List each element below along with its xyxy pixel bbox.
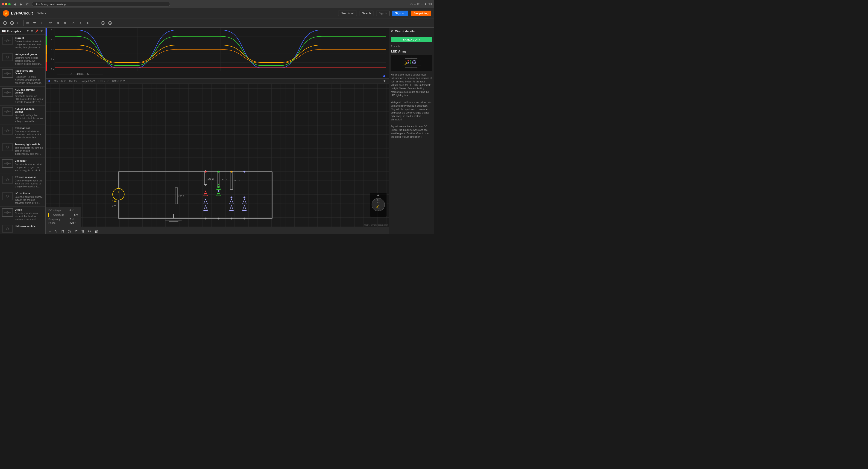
right-panel: ⚙ Circuit details SAVE A COPY Example LE… <box>389 28 434 234</box>
sidebar-item[interactable]: KVL and voltage divider Kirchhoff's volt… <box>0 106 45 125</box>
back-button[interactable]: ◀ <box>12 2 17 6</box>
circuit-area[interactable]: ∿ 2 Hz 0 V 140 Ω <box>45 84 389 227</box>
example-label: Example <box>389 44 434 48</box>
search-button[interactable]: Search <box>360 10 373 16</box>
sidebar-item-thumb-1 <box>2 53 13 61</box>
toolbar-btn-ammeter[interactable]: A <box>107 20 113 26</box>
svg-point-27 <box>72 23 73 23</box>
svg-text:∿: ∿ <box>405 63 406 64</box>
bottom-btn-cut[interactable]: ✂ <box>87 228 92 234</box>
osc-time-bar: ◁── 500 ms ──▷ <box>55 71 386 78</box>
sidebar-delete-btn[interactable]: 🗑 <box>40 29 43 33</box>
sidebar-item-title-8: RC step response <box>15 176 43 178</box>
save-copy-button[interactable]: SAVE A COPY <box>391 37 432 42</box>
toolbar-btn-resistor[interactable] <box>25 20 31 26</box>
fullscreen-icon[interactable]: ⊟ <box>383 221 386 225</box>
bottom-btn-sine[interactable]: ∿ <box>53 228 59 234</box>
toolbar-btn-source[interactable]: ∿ <box>9 20 15 26</box>
svg-point-108 <box>205 193 207 194</box>
sidebar-item-title-2: Resistance and Ohm's... <box>15 69 43 75</box>
sidebar-item[interactable]: Capacitor Capacitor is a two-terminal co… <box>0 158 45 174</box>
sidebar-item-title-6: Two way light switch <box>15 143 43 146</box>
sidebar-item-info-7: Capacitor Capacitor is a two-terminal co… <box>15 159 43 172</box>
sidebar-item[interactable]: LC oscillator LC circuit can store energ… <box>0 190 45 206</box>
sidebar-item-thumb-6 <box>2 143 13 151</box>
url-bar[interactable]: https://everycircuit.com/app <box>32 2 170 6</box>
center-content: 8 V 6 V 4 V 2 V 0 V <box>45 28 389 234</box>
sidebar-item-desc-1: Electrons have electric potential energy… <box>15 57 43 65</box>
sidebar-item-title-1: Voltage and ground <box>15 53 43 56</box>
svg-text:4: 4 <box>378 209 379 211</box>
bottom-btn-square[interactable]: ⊓ <box>60 228 65 234</box>
svg-text:9  1: 9 1 <box>377 199 380 201</box>
svg-point-135 <box>217 217 219 220</box>
sidebar-item-thumb-0 <box>2 37 13 45</box>
svg-point-130 <box>244 171 245 172</box>
osc-min: Min 0 V <box>69 80 77 82</box>
sidebar-item[interactable]: Diode Diode is a two-terminal element th… <box>0 206 45 223</box>
sidebar-item[interactable]: Resistor tree One way to calculate an eq… <box>0 125 45 141</box>
y-label-6v: 6 V <box>48 38 54 41</box>
svg-text:140 Ω: 140 Ω <box>208 177 214 180</box>
toolbar-btn-voltage[interactable] <box>16 20 22 26</box>
svg-text:6   2: 6 2 <box>377 202 380 204</box>
sidebar-item[interactable]: Voltage and ground Electrons have electr… <box>0 51 45 67</box>
toolbar-btn-capacitor[interactable] <box>38 20 45 26</box>
forward-button[interactable]: ▶ <box>19 2 24 6</box>
sidebar-pin-btn[interactable]: 📌 <box>35 29 39 33</box>
toolbar-btn-diode[interactable] <box>54 20 61 26</box>
zoom-out-button[interactable]: − <box>377 212 379 216</box>
sidebar-item-title-3: KCL and current divider <box>15 89 43 94</box>
sidebar-item-info-2: Resistance and Ohm's... Resistance (R) o… <box>15 69 43 85</box>
toolbar-btn-led[interactable] <box>61 20 68 26</box>
bottom-btn-flip[interactable]: ⇅ <box>80 228 86 234</box>
sidebar-item-thumb-2 <box>2 69 13 77</box>
sidebar-item[interactable]: Half-wave rectifier <box>0 223 45 234</box>
toolbar-btn-wire[interactable] <box>93 20 99 26</box>
sidebar-book-btn[interactable]: ⬆ <box>26 29 30 33</box>
zoom-in-button[interactable]: + <box>377 194 379 197</box>
sidebar-item-desc-0: Current is a flow of electric charge, su… <box>15 40 43 49</box>
logo-icon: ⚡ <box>3 10 9 16</box>
browser-window-controls <box>2 3 10 5</box>
sidebar-item-thumb-9 <box>2 192 13 200</box>
toolbar-btn-ground[interactable] <box>2 20 8 26</box>
svg-text:∿: ∿ <box>11 22 13 24</box>
osc-expand-btn[interactable]: ▼ <box>383 79 386 83</box>
svg-point-151 <box>407 60 409 62</box>
sidebar-item[interactable]: RC step response Given a voltage step at… <box>0 174 45 190</box>
svg-line-23 <box>66 22 66 23</box>
gallery-link[interactable]: Gallery <box>36 11 46 15</box>
new-circuit-button[interactable]: New circuit <box>338 10 357 16</box>
sidebar-item[interactable]: Resistance and Ohm's... Resistance (R) o… <box>0 67 45 87</box>
bottom-btn-delete[interactable]: 🗑 <box>93 228 100 234</box>
sidebar-item[interactable]: Current Current is a flow of electric ch… <box>0 35 45 51</box>
svg-text:⚡: ⚡ <box>5 12 8 15</box>
sign-up-button[interactable]: Sign up <box>392 10 408 16</box>
bottom-btn-minus[interactable]: − <box>48 228 52 234</box>
sidebar-refresh-btn[interactable]: ⊙ <box>30 29 34 33</box>
sidebar-item-thumb-5 <box>2 127 13 135</box>
toolbar-btn-voltmeter[interactable]: V <box>100 20 106 26</box>
browser-nav[interactable]: ◀ ▶ ↺ <box>12 2 30 6</box>
bottom-btn-probe[interactable]: ◎ <box>66 228 72 234</box>
see-pricing-button[interactable]: See pricing <box>411 10 431 16</box>
toolbar-btn-transistor[interactable] <box>77 20 84 26</box>
bottom-btn-undo[interactable]: ↺ <box>73 228 79 234</box>
svg-rect-102 <box>230 171 232 189</box>
sign-in-button[interactable]: Sign in <box>376 10 390 16</box>
toolbar-btn-switch[interactable] <box>70 20 77 26</box>
sidebar-item[interactable]: KCL and current divider Kirchhoff's curr… <box>0 87 45 106</box>
sidebar-item-info-9: LC oscillator LC circuit can store energ… <box>15 192 43 204</box>
toolbar-divider-4 <box>92 20 92 26</box>
sidebar-title: Examples <box>7 30 21 33</box>
toolbar-btn-opamp[interactable] <box>84 20 91 26</box>
toolbar-btn-inductor[interactable] <box>48 20 54 26</box>
toolbar-btn-resistor2[interactable] <box>32 20 38 26</box>
svg-point-118 <box>218 193 219 194</box>
sidebar-item[interactable]: Two way light switch This circuit lets y… <box>0 141 45 158</box>
sidebar-item-thumb-11 <box>2 225 13 233</box>
osc-rms: RMS 5.81 V <box>113 80 125 82</box>
toolbar-divider-1 <box>23 20 24 26</box>
reload-button[interactable]: ↺ <box>25 2 30 6</box>
